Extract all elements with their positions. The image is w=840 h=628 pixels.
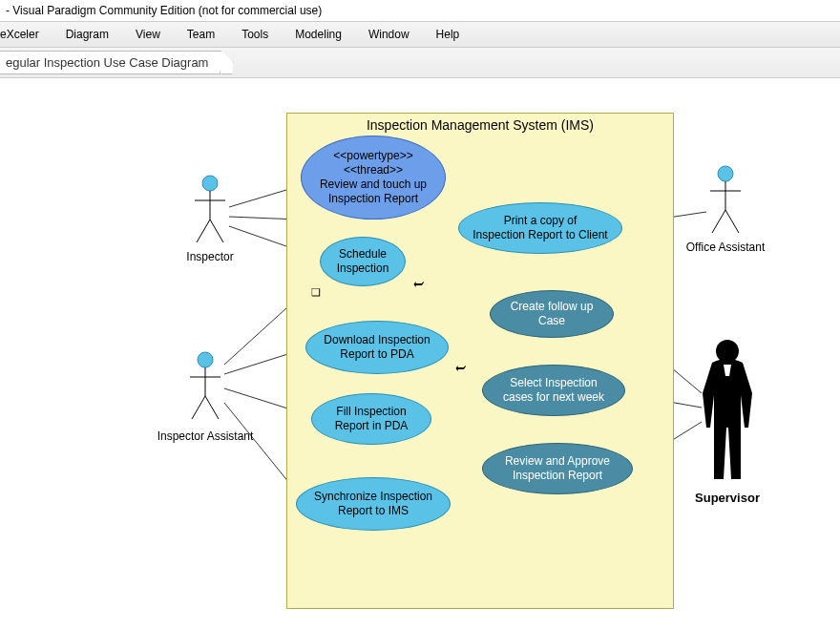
svg-line-19 <box>712 210 725 233</box>
menu-modeling[interactable]: Modeling <box>295 28 342 41</box>
usecase-review-touchup[interactable]: <<powertype>> <<thread>> Review and touc… <box>301 136 446 220</box>
actor-inspector-icon[interactable] <box>191 174 229 250</box>
menu-tools[interactable]: Tools <box>242 28 268 41</box>
actor-inspector-assistant-label: Inspector Assistant <box>138 429 272 443</box>
menu-team[interactable]: Team <box>187 28 215 41</box>
usecase-download-pda[interactable]: Download Inspection Report to PDA <box>305 321 449 374</box>
usecase-sync-ims[interactable]: Synchronize Inspection Report to IMS <box>296 477 451 531</box>
svg-line-25 <box>205 396 219 419</box>
actor-supervisor-icon[interactable] <box>693 336 762 489</box>
usecase-select-cases[interactable]: Select Inspection cases for next week <box>482 365 625 416</box>
usecase-schedule[interactable]: Schedule Inspection <box>320 237 406 286</box>
cursor-icon: ⮨ <box>413 279 424 290</box>
svg-line-15 <box>210 220 223 242</box>
menu-window[interactable]: Window <box>368 28 410 41</box>
usecase-review-approve[interactable]: Review and Approve Inspection Report <box>482 443 633 494</box>
svg-point-16 <box>718 166 733 181</box>
actor-office-assistant-label: Office Assistant <box>659 241 792 254</box>
menu-help[interactable]: Help <box>436 28 460 41</box>
usecase-fill-pda[interactable]: Fill Inspection Report in PDA <box>311 393 431 445</box>
actor-office-assistant-icon[interactable] <box>706 164 745 241</box>
menu-view[interactable]: View <box>136 28 160 41</box>
menubar: eXceler Diagram View Team Tools Modeling… <box>0 22 840 48</box>
svg-point-11 <box>202 176 218 191</box>
system-title: Inspection Management System (IMS) <box>287 114 673 133</box>
svg-line-14 <box>197 220 210 242</box>
breadcrumb-row: egular Inspection Use Case Diagram <box>0 48 840 78</box>
cursor-icon-2: ⮨ <box>455 363 466 374</box>
breadcrumb-tab[interactable]: egular Inspection Use Case Diagram <box>0 51 220 74</box>
svg-line-20 <box>725 210 739 233</box>
actor-supervisor-label: Supervisor <box>661 491 794 505</box>
menu-exceler[interactable]: eXceler <box>0 28 39 41</box>
svg-line-24 <box>192 396 205 419</box>
actor-inspector-label: Inspector <box>143 250 277 263</box>
doc-icon: ❏ <box>311 286 321 299</box>
actor-inspector-assistant-icon[interactable] <box>186 350 224 427</box>
menu-diagram[interactable]: Diagram <box>66 28 109 41</box>
window-title: - Visual Paradigm Community Edition (not… <box>0 0 840 22</box>
usecase-create-followup[interactable]: Create follow up Case <box>490 290 614 338</box>
svg-point-21 <box>198 352 213 367</box>
usecase-print-copy[interactable]: Print a copy of Inspection Report to Cli… <box>458 202 622 254</box>
diagram-canvas[interactable]: Inspection Management System (IMS) <<pow… <box>0 78 840 628</box>
